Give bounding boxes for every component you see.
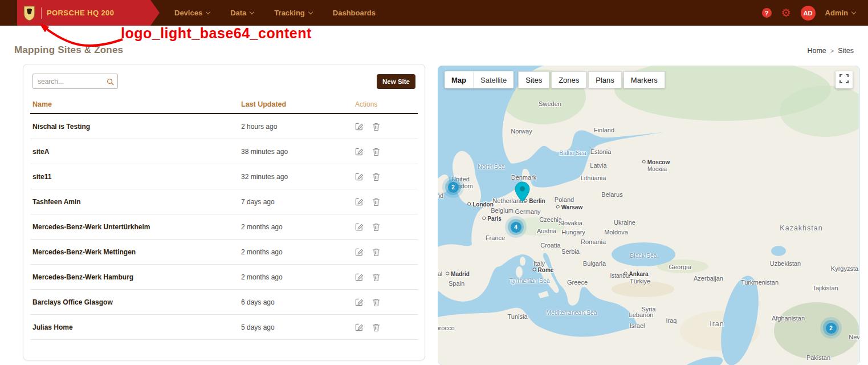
edit-icon[interactable] [355,122,364,131]
breadcrumb: Home > Sites [807,47,854,55]
brand-banner: PORSCHE HQ 200 [17,0,160,26]
chevron-down-icon [206,10,210,14]
sites-panel: New Site Name Last Updated Actions Nisch… [23,64,425,360]
site-name: Mercedes-Benz-Werk Hamburg [32,273,241,281]
table-header: Name Last Updated Actions [30,96,418,114]
table-row[interactable]: site11 32 minutes ago [30,164,418,189]
site-updated: 2 months ago [241,248,355,256]
map-pin[interactable] [515,181,530,205]
edit-icon[interactable] [355,273,364,281]
fullscreen-button[interactable] [836,71,853,88]
table-row[interactable]: Tashfeen Amin 7 days ago [30,189,418,214]
sites-table-body: Nischal is Testing 2 hours ago siteA [30,114,418,340]
table-row[interactable]: Mercedes-Benz-Werk Hamburg 2 months ago [30,265,418,290]
breadcrumb-separator: > [830,47,834,54]
site-actions [355,222,418,232]
annotation-label: logo_light_base64_content [121,25,312,42]
table-row[interactable]: Nischal is Testing 2 hours ago [30,114,418,139]
breadcrumb-home[interactable]: Home [807,47,826,55]
nav-item-label: Devices [174,9,202,17]
delete-icon[interactable] [372,147,380,156]
site-name: Mercedes-Benz-Werk Mettingen [32,248,241,256]
nav-item-label: Tracking [274,9,304,17]
chevron-down-icon [308,10,313,14]
top-nav-bar: PORSCHE HQ 200 DevicesDataTrackingDashbo… [0,0,868,26]
map-type-satellite-button[interactable]: Satellite [473,71,514,88]
col-last-updated: Last Updated [241,100,355,108]
cluster-marker[interactable]: 2 [442,176,464,198]
admin-label: Admin [825,9,848,17]
cluster-marker[interactable]: 2 [820,317,842,339]
edit-icon[interactable] [355,248,364,256]
map-layer-button-plans[interactable]: Plans [588,71,622,88]
porsche-logo-icon[interactable] [23,5,36,21]
search-input[interactable] [32,74,118,89]
site-actions [355,323,418,332]
edit-icon[interactable] [355,197,364,206]
table-row[interactable]: Julias Home 5 days ago [30,315,418,340]
map-type-toggle: Map Satellite [445,71,514,88]
gear-icon[interactable]: ⚙ [781,7,791,18]
site-updated: 2 hours ago [241,123,355,131]
search-wrap [32,74,118,89]
search-icon [107,78,114,88]
site-updated: 38 minutes ago [241,148,355,156]
site-updated: 32 minutes ago [241,173,355,181]
nav-item-tracking[interactable]: Tracking [274,9,312,17]
delete-icon[interactable] [372,172,380,181]
app-root: PORSCHE HQ 200 DevicesDataTrackingDashbo… [0,0,868,365]
avatar[interactable]: AD [801,6,816,21]
header-right: ? ⚙ AD Admin [762,6,856,21]
table-row[interactable]: siteA 38 minutes ago [30,139,418,164]
delete-icon[interactable] [372,197,380,206]
nav-item-devices[interactable]: Devices [174,9,210,17]
site-name: Mercedes-Benz-Werk Untertürkheim [32,223,241,231]
edit-icon[interactable] [355,172,364,181]
edit-icon[interactable] [355,298,364,306]
chevron-down-icon [851,10,856,14]
sites-toolbar: New Site [23,64,425,94]
help-icon[interactable]: ? [762,8,772,18]
cluster-marker[interactable]: 4 [505,216,527,238]
col-name: Name [32,100,241,108]
map-layer-button-zones[interactable]: Zones [551,71,586,88]
delete-icon[interactable] [372,323,380,332]
fullscreen-icon [840,74,849,86]
site-name: siteA [32,148,241,156]
delete-icon[interactable] [372,298,380,307]
delete-icon[interactable] [372,222,380,232]
breadcrumb-current: Sites [838,47,854,55]
admin-menu[interactable]: Admin [825,9,855,17]
brand-divider [41,7,42,19]
new-site-button[interactable]: New Site [377,74,415,89]
edit-icon[interactable] [355,323,364,331]
edit-icon[interactable] [355,147,364,156]
map-layer-button-markers[interactable]: Markers [624,71,665,88]
site-name: site11 [32,173,241,181]
chevron-down-icon [250,10,254,14]
site-name: Barclays Office Glasgow [32,298,241,306]
site-updated: 2 months ago [241,273,355,281]
site-actions [355,172,418,181]
site-name: Tashfeen Amin [32,198,241,206]
map-layer-button-sites[interactable]: Sites [518,71,549,88]
map-type-map-button[interactable]: Map [445,71,473,88]
site-actions [355,197,418,206]
table-row[interactable]: Mercedes-Benz-Werk Mettingen 2 months ag… [30,240,418,265]
site-actions [355,147,418,156]
delete-icon[interactable] [372,122,380,131]
nav-item-data[interactable]: Data [230,9,254,17]
site-updated: 2 months ago [241,223,355,231]
site-actions [355,298,418,307]
nav-item-label: Dashboards [333,9,376,17]
nav-item-dashboards[interactable]: Dashboards [333,9,376,17]
edit-icon[interactable] [355,222,364,231]
site-actions [355,273,418,282]
delete-icon[interactable] [372,273,380,282]
table-row[interactable]: Barclays Office Glasgow 6 days ago [30,290,418,315]
site-updated: 5 days ago [241,323,355,331]
map-markers: 242 [438,66,859,365]
site-name: Nischal is Testing [32,123,241,131]
delete-icon[interactable] [372,248,380,257]
table-row[interactable]: Mercedes-Benz-Werk Untertürkheim 2 month… [30,214,418,240]
